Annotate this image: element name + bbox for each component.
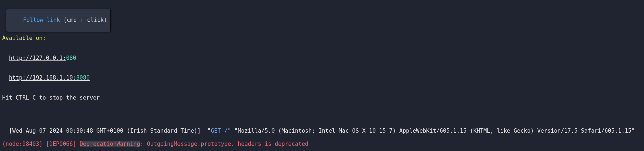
http-method-path: GET / [211, 127, 228, 134]
stop-hint: Hit CTRL-C to stop the server [2, 94, 642, 101]
tooltip-hint: (cmd + click) [60, 17, 107, 23]
log-line-1: [Wed Aug 07 2024 00:30:48 GMT+0100 (Iris… [9, 127, 635, 134]
server-url-1[interactable]: http://127.0.0.1:080 [2, 55, 642, 61]
deprecation-warning-line: (node:98403) [DEP0066] DeprecationWarnin… [2, 141, 642, 147]
deprecation-warning-label: DeprecationWarning [80, 141, 140, 147]
server-url-2[interactable]: http://192.168.1.10:8080 [2, 74, 642, 81]
terminal-output[interactable]: Follow link (cmd + click) Available on: … [0, 0, 644, 151]
link-hover-tooltip: Follow link (cmd + click) [6, 9, 111, 32]
tooltip-follow-link: Follow link [23, 17, 60, 23]
available-on-heading: Available on: [2, 35, 642, 41]
